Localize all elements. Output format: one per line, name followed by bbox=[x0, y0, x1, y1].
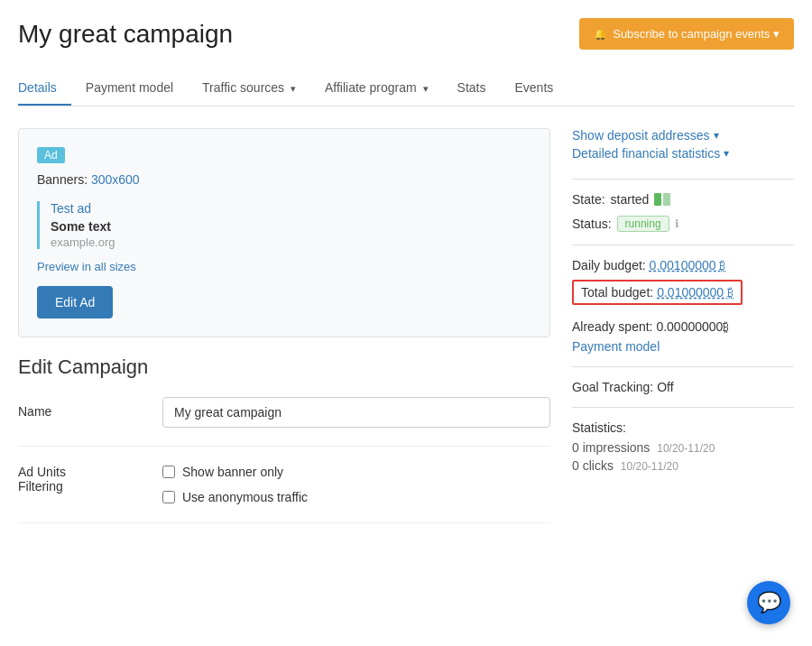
statistics-section: Statistics: 0 impressions 10/20-11/20 0 … bbox=[572, 420, 794, 473]
subscribe-button[interactable]: 🔔 Subscribe to campaign events ▾ bbox=[579, 18, 794, 50]
ad-url: example.org bbox=[51, 235, 531, 249]
chevron-down-icon: ▾ bbox=[724, 147, 729, 160]
page-header: My great campaign 🔔 Subscribe to campaig… bbox=[18, 18, 794, 50]
ad-card: Ad Banners: 300x600 Test ad Some text ex… bbox=[18, 128, 550, 337]
checkbox-group: Show banner only Use anonymous traffic bbox=[162, 465, 308, 504]
name-label: Name bbox=[18, 397, 144, 419]
edit-ad-button[interactable]: Edit Ad bbox=[37, 286, 113, 318]
divider bbox=[572, 245, 794, 245]
divider bbox=[572, 407, 794, 408]
tab-affiliate-program[interactable]: Affiliate program ▾ bbox=[310, 71, 443, 106]
edit-campaign-title: Edit Campaign bbox=[18, 355, 550, 379]
tab-details[interactable]: Details bbox=[18, 71, 71, 106]
tab-events[interactable]: Events bbox=[500, 71, 567, 106]
clicks-row: 0 clicks 10/20-11/20 bbox=[572, 458, 794, 473]
chevron-down-icon: ▾ bbox=[423, 83, 429, 94]
ad-name: Test ad bbox=[51, 201, 531, 216]
total-budget-row: Total budget: 0.01000000 ₿ bbox=[572, 280, 743, 305]
state-row: State: started bbox=[572, 192, 794, 207]
use-anonymous-traffic-checkbox[interactable]: Use anonymous traffic bbox=[162, 490, 308, 504]
right-column: Show deposit addresses ▾ Detailed financ… bbox=[572, 128, 794, 541]
state-icon bbox=[654, 193, 670, 206]
tab-payment-model[interactable]: Payment model bbox=[71, 71, 188, 106]
left-column: Ad Banners: 300x600 Test ad Some text ex… bbox=[18, 128, 550, 541]
show-deposit-link[interactable]: Show deposit addresses ▾ bbox=[572, 128, 794, 143]
financial-links: Show deposit addresses ▾ Detailed financ… bbox=[572, 128, 794, 161]
divider bbox=[572, 366, 794, 367]
impressions-row: 0 impressions 10/20-11/20 bbox=[572, 440, 794, 455]
show-banner-only-checkbox[interactable]: Show banner only bbox=[162, 465, 308, 479]
divider bbox=[572, 179, 794, 180]
banners-size-link[interactable]: 300x600 bbox=[91, 172, 140, 187]
ad-units-form-row: Ad Units Filtering Show banner only Use … bbox=[18, 465, 550, 523]
ad-label: Ad bbox=[37, 147, 65, 163]
ad-units-label: Ad Units Filtering bbox=[18, 465, 144, 494]
ad-text: Some text bbox=[51, 219, 531, 234]
daily-budget-row: Daily budget: 0.00100000 ₿ bbox=[572, 258, 794, 272]
tab-traffic-sources[interactable]: Traffic sources ▾ bbox=[188, 71, 310, 106]
daily-budget-link[interactable]: 0.00100000 ₿ bbox=[650, 258, 726, 272]
spent-row: Already spent: 0.00000000₿ bbox=[572, 319, 794, 334]
status-badge: running bbox=[617, 216, 669, 232]
campaign-name-input[interactable] bbox=[162, 397, 550, 428]
edit-campaign-section: Edit Campaign Name Ad Units Filtering Sh… bbox=[18, 355, 550, 523]
ad-preview-box: Test ad Some text example.org bbox=[37, 201, 531, 249]
payment-model-link[interactable]: Payment model bbox=[572, 339, 660, 354]
preview-link[interactable]: Preview in all sizes bbox=[37, 260, 531, 273]
status-row: Status: running ℹ bbox=[572, 216, 794, 232]
total-budget-link[interactable]: 0.01000000 ₿ bbox=[657, 285, 734, 300]
bell-icon: 🔔 bbox=[594, 28, 607, 41]
goal-tracking: Goal Tracking: Off bbox=[572, 380, 794, 394]
chevron-down-icon: ▾ bbox=[714, 129, 719, 142]
page-title: My great campaign bbox=[18, 20, 233, 49]
total-budget-box: Total budget: 0.01000000 ₿ bbox=[572, 280, 794, 312]
name-form-row: Name bbox=[18, 397, 550, 447]
statistics-title: Statistics: bbox=[572, 420, 794, 435]
tab-stats[interactable]: Stats bbox=[443, 71, 501, 106]
info-icon: ℹ bbox=[675, 217, 679, 230]
main-content: Ad Banners: 300x600 Test ad Some text ex… bbox=[18, 128, 794, 541]
detailed-financial-link[interactable]: Detailed financial statistics ▾ bbox=[572, 146, 794, 161]
chevron-down-icon: ▾ bbox=[291, 83, 296, 94]
nav-tabs: Details Payment model Traffic sources ▾ … bbox=[18, 71, 794, 106]
banners-line: Banners: 300x600 bbox=[37, 172, 531, 187]
